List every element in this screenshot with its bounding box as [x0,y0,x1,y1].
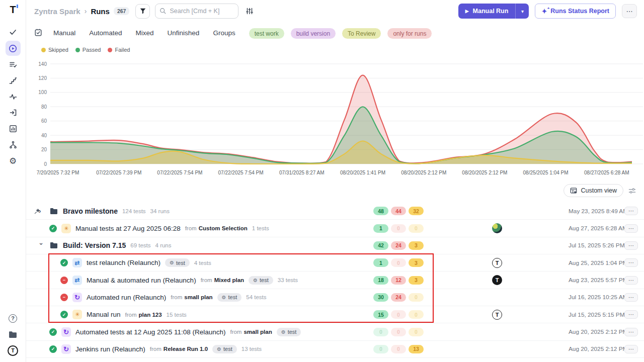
avatar-earth [492,223,502,233]
run-row[interactable]: › ✓ ↻ Jenkins run (Relaunch) fromRelease… [26,341,644,358]
filter-button[interactable] [135,4,150,19]
ellipsis-icon: ⋯ [626,8,633,15]
tab-mixed[interactable]: Mixed [136,29,154,37]
tab-automated[interactable]: Automated [89,29,122,37]
tab-unfinished[interactable]: Unfinished [168,29,200,37]
sidebar-item-milestones[interactable] [6,73,21,88]
run-date: Jul 15, 2025 5:15 PM [569,311,621,318]
failed-status-icon: − [60,277,68,284]
help-icon: ? [9,314,17,323]
bar-chart-icon [9,125,17,133]
row-more-button[interactable]: ⋯ [624,224,638,233]
tests-count: 124 tests [122,208,146,214]
passed-status-icon: ✓ [49,225,57,232]
sidebar-item-settings[interactable]: ⚙ [6,153,21,168]
manual-run-button[interactable]: ▶Manual Run ▾ [458,4,529,19]
run-row[interactable]: › Build: Version 7.15 ⚙ 69 tests 4 runs … [26,237,644,254]
run-title[interactable]: Manual run [87,311,121,318]
sidebar-item-import[interactable] [6,105,21,120]
failed-badge: 0 [391,224,406,233]
run-row[interactable]: › ✓ ↻ Automated tests at 12 Aug 2025 11:… [26,323,644,340]
run-row[interactable]: › ✓ ✳ Manual tests at 27 Aug 2025 06:28 … [26,220,644,237]
runs-status-report-button[interactable]: ✦+ Runs Status Report [535,4,616,19]
search-input[interactable] [155,4,238,19]
run-title[interactable]: Bravo milestone [63,207,118,215]
filter-tag[interactable]: To Review [342,28,381,39]
svg-text:07/31/2025 8:27 AM: 07/31/2025 8:27 AM [279,170,325,175]
filter-tag[interactable]: only for runs [387,28,432,39]
manual-run-dropdown[interactable]: ▾ [516,4,529,19]
failed-badge: 12 [391,276,406,285]
row-more-button[interactable]: ⋯ [624,310,638,319]
manual-run-label: Manual Run [473,8,509,15]
tag-pill[interactable]: ⚙test [277,328,301,336]
result-badges: 1500 [373,310,426,319]
header-more-button[interactable]: ⋯ [622,4,637,18]
row-more-button[interactable]: ⋯ [624,241,638,250]
failed-badge: 24 [391,293,406,302]
svg-text:08/20/2025 2:12 PM: 08/20/2025 2:12 PM [462,170,507,175]
tab-groups[interactable]: Groups [213,29,235,37]
tag-pill[interactable]: ⚙test [217,293,242,302]
run-title[interactable]: Manual tests at 27 Aug 2025 06:28 [75,225,181,232]
run-row[interactable]: › − ⇄ Manual & automated run (Relaunch) … [26,272,644,289]
custom-view-button[interactable]: Custom view [564,184,623,197]
skipped-badge: 0 [409,310,424,319]
sidebar-item-test-plans[interactable] [6,57,21,72]
run-title[interactable]: Automated tests at 12 Aug 2025 11:08 (Re… [75,328,225,336]
filter-tag[interactable]: test work [249,28,284,39]
sidebar-item-account[interactable]: T [6,343,21,358]
result-badges: 000 [373,328,426,336]
passed-status-icon: ✓ [60,311,68,318]
legend-dot-icon [75,48,80,52]
sidebar-item-branches[interactable] [6,137,21,152]
row-more-button[interactable]: ⋯ [624,345,638,353]
sidebar-item-projects[interactable] [6,327,21,342]
run-title[interactable]: Jenkins run (Relaunch) [75,345,145,353]
row-more-button[interactable]: ⋯ [624,293,638,302]
tag-pill[interactable]: ⚙test [212,345,237,353]
run-title[interactable]: Automated run (Relaunch) [87,294,166,301]
sidebar-item-runs[interactable] [6,41,21,56]
account-logo-icon: T [8,345,18,356]
run-row[interactable]: › ✓ ⇄ test relaunch (Relaunch) ⚙test 4 t… [26,254,644,272]
view-sliders-icon[interactable] [628,187,636,195]
run-title[interactable]: Manual & automated run (Relaunch) [87,277,196,284]
passed-badge: 1 [373,258,388,267]
sliders-icon[interactable] [246,7,254,15]
gear-icon: ⚙ [217,346,221,352]
sidebar-item-pulse[interactable] [6,89,21,104]
skipped-badge: 0 [409,293,424,302]
row-more-button[interactable]: ⋯ [624,276,638,285]
result-badges: 18123 [373,276,426,285]
sidebar-item-tests[interactable] [6,25,21,40]
tab-manual[interactable]: Manual [53,29,75,37]
row-more-button[interactable]: ⋯ [624,207,638,215]
failed-badge: 0 [391,310,406,319]
run-row[interactable]: › − ↻ Automated run (Relaunch) fromsmall… [26,289,644,306]
clipboard-check-icon[interactable] [34,29,42,37]
sidebar-item-help[interactable]: ? [6,311,21,326]
run-title[interactable]: test relaunch (Relaunch) [87,259,160,266]
chevron-toggle-icon[interactable]: › [38,243,45,248]
breadcrumb-project[interactable]: Zyntra Spark [34,7,80,16]
run-row[interactable]: › ✓ ✳ Manual run fromplan 123 ⚙ 15 tests… [26,306,644,323]
skipped-badge: 0 [409,328,424,336]
run-date: Aug 23, 2025 5:57 PM [569,277,621,284]
tag-pill[interactable]: ⚙test [249,276,273,285]
row-more-button[interactable]: ⋯ [624,258,638,267]
app-logo[interactable]: T [10,4,16,16]
chart-legend: SkippedPassedFailed [41,47,130,53]
run-title[interactable]: Build: Version 7.15 [63,241,126,249]
svg-text:80: 80 [41,104,47,110]
svg-text:07/22/2025 7:39 PM: 07/22/2025 7:39 PM [96,170,141,175]
legend-dot-icon [41,48,46,52]
row-more-button[interactable]: ⋯ [624,328,638,336]
skipped-badge: 13 [409,345,424,353]
run-row[interactable]: › Bravo milestone ⚙ 124 tests 34 runs 48… [26,203,644,220]
svg-text:08/20/2025 1:41 PM: 08/20/2025 1:41 PM [340,170,385,175]
tag-pill[interactable]: ⚙test [165,258,190,267]
result-badges: 42243 [373,241,426,250]
filter-tag[interactable]: build version [291,28,336,39]
sidebar-item-reports[interactable] [6,121,21,136]
